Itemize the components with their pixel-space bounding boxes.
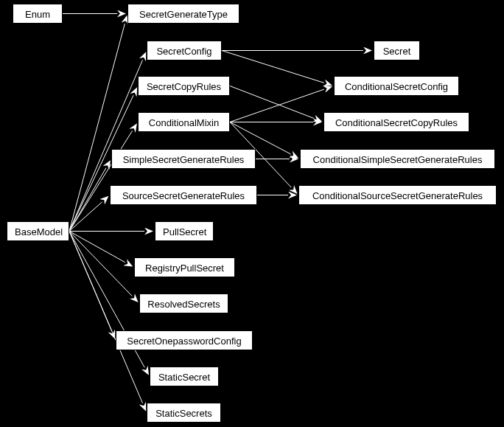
edge-baseModel-to-staticSecrets	[69, 232, 143, 403]
class-node-baseModel: BaseModel	[7, 221, 69, 241]
class-node-pullSecret: PullSecret	[155, 221, 214, 241]
class-node-secretConfig: SecretConfig	[147, 41, 222, 60]
class-node-secret: Secret	[374, 41, 420, 60]
class-node-staticSecrets: StaticSecrets	[147, 403, 221, 423]
class-node-secretOnepasswordConfig: SecretOnepasswordConfig	[116, 330, 253, 350]
edge-baseModel-to-conditionalMixin	[69, 131, 133, 231]
class-node-secretGenerateType: SecretGenerateType	[127, 4, 239, 24]
class-node-staticSecret: StaticSecret	[150, 367, 219, 386]
edge-baseModel-to-secretConfig	[69, 60, 142, 231]
edge-baseModel-to-simpleSecretGenerateRules	[69, 168, 106, 232]
class-node-sourceSecretGenerateRules: SourceSecretGenerateRules	[110, 185, 257, 205]
class-node-enum: Enum	[13, 4, 63, 24]
edge-baseModel-to-registryPullSecret	[69, 232, 125, 263]
class-node-registryPullSecret: RegistryPullSecret	[134, 257, 235, 277]
class-node-conditionalMixin: ConditionalMixin	[138, 112, 230, 132]
edge-baseModel-to-resolvedSecrets	[69, 232, 132, 296]
class-node-conditionalSecretConfig: ConditionalSecretConfig	[334, 76, 459, 96]
edge-baseModel-to-sourceSecretGenerateRules	[69, 202, 102, 232]
class-node-secretCopyRules: SecretCopyRules	[138, 76, 230, 96]
class-node-conditionalSourceSecretGenerateRules: ConditionalSourceSecretGenerateRules	[298, 185, 497, 205]
class-node-conditionalSimpleSecretGenerateRules: ConditionalSimpleSecretGenerateRules	[300, 149, 495, 169]
edge-baseModel-to-secretOnepasswordConfig	[69, 232, 112, 331]
class-node-conditionalSecretCopyRules: ConditionalSecretCopyRules	[323, 112, 469, 132]
edge-conditionalMixin-to-conditionalSecretConfig	[230, 89, 324, 122]
class-node-resolvedSecrets: ResolvedSecrets	[139, 294, 228, 313]
edge-secretConfig-to-conditionalSecretConfig	[222, 51, 324, 83]
inheritance-edges	[0, 0, 504, 427]
edge-secretCopyRules-to-conditionalSecretCopyRules	[230, 86, 314, 119]
class-node-simpleSecretGenerateRules: SimpleSecretGenerateRules	[111, 149, 256, 169]
